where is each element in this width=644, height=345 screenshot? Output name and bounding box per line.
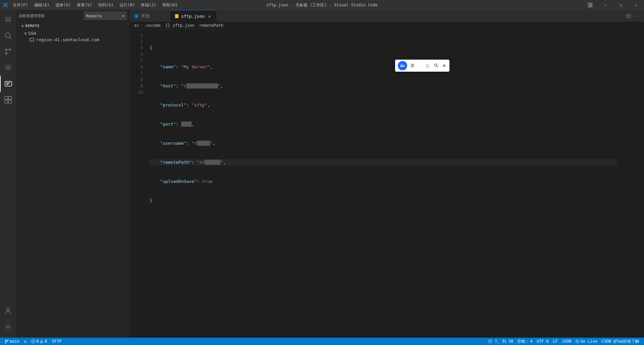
sidebar-title: 远程资源管理器	[19, 13, 81, 18]
svg-point-14	[7, 308, 9, 311]
svg-rect-22	[629, 14, 630, 18]
sftp-label: SFTP	[52, 339, 62, 344]
maximize-button[interactable]: □	[613, 0, 629, 10]
svg-point-15	[7, 326, 9, 328]
activity-remote[interactable]	[0, 76, 16, 92]
baidu-sep-1: ·,	[418, 63, 423, 68]
status-line-col[interactable]: 行 7, 列 30	[486, 338, 516, 345]
collapse-icon: ∨	[21, 24, 24, 28]
tab-sftp-json[interactable]: {} sftp.json ✕	[170, 10, 216, 22]
svg-point-5	[5, 49, 7, 50]
vscode-logo	[3, 2, 8, 8]
baidu-btn-grid[interactable]: ⊞	[442, 63, 447, 69]
close-button[interactable]: ✕	[629, 0, 644, 10]
menu-select[interactable]: 选择(S)	[53, 2, 73, 9]
activity-search[interactable]	[0, 27, 16, 44]
tab-sftp-label: sftp.json	[181, 14, 205, 19]
status-spaces[interactable]: 空格: 4	[515, 338, 535, 345]
status-language[interactable]: JSON	[559, 338, 573, 345]
activity-extensions[interactable]	[0, 92, 16, 108]
svg-point-34	[577, 341, 578, 342]
activity-settings[interactable]	[0, 319, 16, 335]
activity-git[interactable]	[0, 44, 16, 60]
svg-line-4	[10, 37, 12, 39]
code-line-5: "port": ████,	[150, 121, 617, 127]
menu-terminal[interactable]: 终端(J)	[138, 2, 159, 9]
minimize-button[interactable]: ─	[598, 0, 613, 10]
more-actions-button[interactable]: ···	[633, 12, 641, 20]
warning-icon	[40, 339, 44, 343]
encoding-text: UTF-8	[537, 339, 549, 344]
status-sftp[interactable]: SFTP	[50, 338, 64, 345]
status-git-branch[interactable]: main	[3, 338, 21, 345]
split-editor-button[interactable]	[625, 12, 633, 20]
minimap: { "n":"MSrv", "h":"r...", "p":"sftp", "p…	[617, 29, 644, 338]
vscode-tab-icon	[134, 14, 139, 18]
extra-text: CSDN @Tae好友了解	[601, 339, 639, 344]
status-encoding[interactable]: UTF-8	[535, 338, 551, 345]
editor-area: 开始 {} sftp.json ✕ ··· sc › .vsco	[130, 10, 644, 338]
breadcrumb-sep-1: ›	[140, 23, 142, 27]
remote-dropdown[interactable]: Remote ▾	[84, 11, 127, 20]
code-line-7: "remotePath": "/r██████",	[150, 159, 617, 165]
breadcrumb-part-vscode[interactable]: .vscode	[144, 23, 161, 28]
main-layout: 远程资源管理器 Remote ▾ ∨ REMOTE ∨ SSH region-4…	[0, 10, 644, 338]
tab-start-label: 开始	[141, 13, 150, 19]
code-line-9: }	[150, 197, 617, 204]
breadcrumb-part-remote[interactable]: remotePath	[199, 23, 223, 28]
baidu-btn-search[interactable]	[432, 62, 440, 69]
ssh-tree-item[interactable]: ∨ SSH	[19, 30, 130, 37]
menu-help[interactable]: 帮助(H)	[160, 2, 180, 9]
titlebar: 文件(F) 编辑(E) 选择(S) 查看(V) 转到(G) 运行(R) 终端(J…	[0, 0, 644, 10]
code-line-1: {	[150, 45, 617, 51]
status-errors[interactable]: 0 0	[29, 338, 49, 345]
line-col-text: 行 7, 列 30	[488, 339, 514, 344]
status-extra: CSDN @Tae好友了解	[599, 338, 641, 345]
json-file-icon: {}	[174, 14, 179, 18]
line-ending-text: LF	[553, 339, 557, 344]
svg-point-3	[5, 33, 10, 38]
baidu-btn-en[interactable]: 英	[409, 62, 416, 69]
activity-explorer[interactable]	[0, 11, 16, 27]
baidu-btn-copy[interactable]: □	[425, 63, 430, 69]
statusbar: main ↻ 0 0 SFTP 行 7, 列 30 空格: 4 UTF-8 LF…	[0, 338, 644, 345]
collapse-icon: ∨	[24, 31, 27, 36]
window-title: sftp.json - 无标题 (工作区) - Visual Studio Co…	[266, 2, 378, 8]
status-right-items: 行 7, 列 30 空格: 4 UTF-8 LF JSON Go Live CS…	[486, 338, 641, 345]
code-editor[interactable]: 1 2 3 4 5 6 7 8 9 10 { "name": "My Serve…	[130, 29, 644, 338]
status-sync[interactable]: ↻	[22, 338, 29, 345]
breadcrumb-part-sc[interactable]: sc	[134, 23, 139, 28]
tab-close-button[interactable]: ✕	[207, 13, 212, 19]
breadcrumb-part-file[interactable]: {} sftp.json	[165, 23, 195, 28]
remote-dropdown-label: Remote	[86, 13, 120, 18]
menu-edit[interactable]: 编辑(E)	[32, 2, 52, 9]
svg-rect-21	[627, 14, 628, 18]
ssh-label: SSH	[28, 31, 36, 36]
code-content[interactable]: { "name": "My Server", "host": "r███████…	[147, 29, 617, 338]
menu-run[interactable]: 运行(R)	[117, 2, 138, 9]
svg-point-25	[5, 340, 6, 341]
activity-bottom-icons	[0, 303, 16, 338]
activity-account[interactable]	[0, 303, 16, 319]
sidebar: 远程资源管理器 Remote ▾ ∨ REMOTE ∨ SSH region-4…	[16, 10, 130, 338]
menu-view[interactable]: 查看(V)	[74, 2, 95, 9]
svg-rect-0	[588, 3, 590, 7]
menu-goto[interactable]: 转到(G)	[96, 2, 116, 9]
status-go-live[interactable]: Go Live	[573, 338, 599, 345]
svg-rect-10	[5, 96, 8, 99]
spaces-text: 空格: 4	[517, 339, 533, 344]
sidebar-tree: ∨ REMOTE ∨ SSH region-41.seetacloud.com	[16, 22, 130, 43]
svg-point-8	[7, 67, 9, 69]
go-live-icon	[575, 339, 579, 343]
activity-debug[interactable]	[0, 60, 16, 76]
menu-file[interactable]: 文件(F)	[10, 2, 31, 9]
server-tree-item[interactable]: region-41.seetacloud.com	[19, 37, 130, 43]
baidu-toolbar: du 英 ·, □ ⊞	[395, 60, 449, 72]
tab-start[interactable]: 开始	[130, 10, 170, 22]
activity-bar	[0, 10, 16, 338]
remote-section-header[interactable]: ∨ REMOTE	[19, 22, 130, 30]
layout-button[interactable]	[582, 0, 598, 10]
error-icon	[31, 339, 35, 343]
code-line-8: "uploadOnSave": true	[150, 178, 617, 185]
status-line-ending[interactable]: LF	[551, 338, 559, 345]
